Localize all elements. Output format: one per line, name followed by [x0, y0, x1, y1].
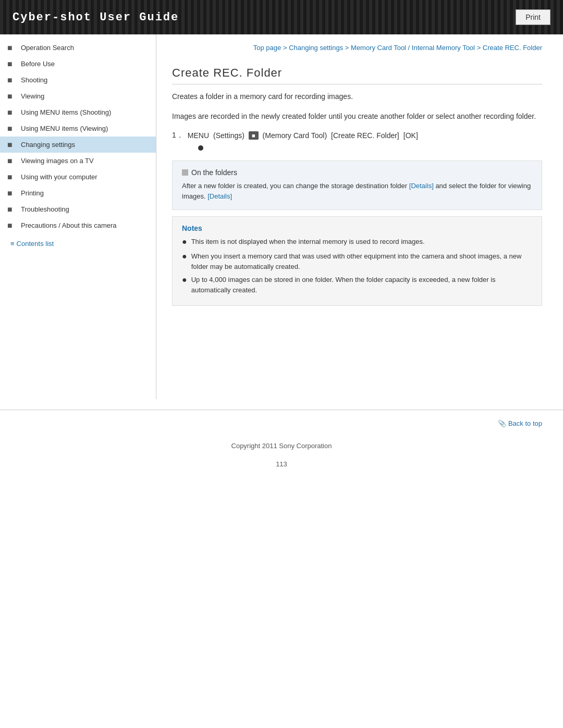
sidebar-item-5[interactable]: ■Using MENU items (Viewing)	[0, 120, 156, 137]
back-to-top-label: Back to top	[508, 419, 542, 427]
sidebar-bullet: ■	[7, 140, 13, 150]
breadcrumb-memory-card[interactable]: Memory Card Tool / Internal Memory Tool	[351, 44, 475, 52]
info-box-text: After a new folder is created, you can c…	[182, 181, 532, 203]
info-title-text: On the folders	[191, 168, 237, 177]
step-ok: [OK]	[403, 131, 418, 140]
step-memory-card-tool: (Memory Card Tool)	[263, 131, 327, 140]
step-menu: MENU	[188, 131, 209, 140]
back-to-top-link[interactable]: 📎 Back to top	[0, 415, 563, 431]
steps: 1． MENU (Settings) ■ (Memory Card Tool) …	[172, 131, 542, 152]
breadcrumb-changing-settings[interactable]: Changing settings	[289, 44, 343, 52]
sidebar-item-4[interactable]: ■Using MENU items (Shooting)	[0, 104, 156, 120]
breadcrumb-sep3: >	[477, 44, 483, 52]
footer: 📎 Back to top Copyright 2011 Sony Corpor…	[0, 410, 563, 478]
note-bullet: ●	[182, 274, 187, 286]
breadcrumb-sep2: >	[345, 44, 351, 52]
info-title-icon	[182, 169, 188, 176]
content-area: Top page > Changing settings > Memory Ca…	[156, 34, 563, 399]
sidebar-bullet: ■	[7, 172, 13, 182]
breadcrumb-create-rec[interactable]: Create REC. Folder	[483, 44, 542, 52]
sidebar-item-label: Using MENU items (Shooting)	[16, 108, 111, 116]
sidebar-item-3[interactable]: ■Viewing	[0, 88, 156, 104]
note-item-2: ●Up to 4,000 images can be stored in one…	[182, 275, 532, 295]
sidebar-item-label: Shooting	[16, 76, 47, 84]
note-bullet: ●	[182, 250, 187, 263]
note-bullet: ●	[182, 236, 187, 248]
sidebar-item-label: Using MENU items (Viewing)	[16, 125, 108, 132]
sidebar-bullet: ■	[7, 108, 13, 117]
sidebar-item-9[interactable]: ■Printing	[0, 185, 156, 201]
list-icon: ≡	[10, 240, 15, 248]
sidebar-bullet: ■	[7, 156, 13, 166]
contents-list-link[interactable]: ≡ Contents list	[0, 233, 156, 252]
sidebar-item-label: Using with your computer	[16, 173, 97, 181]
header: Cyber-shot User Guide Print	[0, 0, 563, 34]
note-text: This item is not displayed when the inte…	[191, 237, 425, 247]
sidebar-item-10[interactable]: ■Troubleshooting	[0, 201, 156, 217]
sidebar-item-label: Before Use	[16, 60, 55, 68]
breadcrumb-sep1: >	[283, 44, 289, 52]
note-item-0: ●This item is not displayed when the int…	[182, 237, 532, 248]
page-title: Create REC. Folder	[172, 66, 542, 84]
step-icon-memory: ■	[249, 131, 259, 140]
sidebar-item-label: Precautions / About this camera	[16, 221, 117, 229]
contents-list-label: Contents list	[17, 240, 54, 248]
sidebar-bullet: ■	[7, 124, 13, 133]
breadcrumb: Top page > Changing settings > Memory Ca…	[172, 43, 542, 54]
app-title: Cyber-shot User Guide	[13, 11, 179, 24]
sidebar-item-11[interactable]: ■Precautions / About this camera	[0, 217, 156, 233]
back-to-top-icon: 📎	[498, 419, 506, 427]
sidebar-item-label: Changing settings	[16, 141, 75, 149]
step-create-rec: [Create REC. Folder]	[331, 131, 399, 140]
sidebar-item-label: Viewing	[16, 92, 44, 100]
sidebar-bullet: ■	[7, 189, 13, 198]
sidebar-bullet: ■	[7, 92, 13, 101]
sidebar-item-label: Operation Search	[16, 44, 74, 52]
content-para1: Creates a folder in a memory card for re…	[172, 91, 542, 102]
sidebar-item-0[interactable]: ■Operation Search	[0, 40, 156, 56]
sidebar-bullet: ■	[7, 43, 13, 53]
step-row-1: 1． MENU (Settings) ■ (Memory Card Tool) …	[172, 131, 542, 140]
step-bullet	[198, 145, 203, 151]
sidebar-item-2[interactable]: ■Shooting	[0, 72, 156, 88]
info-box: On the folders After a new folder is cre…	[172, 161, 542, 211]
notes-title: Notes	[182, 224, 532, 232]
sidebar-item-8[interactable]: ■Using with your computer	[0, 169, 156, 185]
page-number: 113	[0, 455, 563, 478]
sidebar-item-1[interactable]: ■Before Use	[0, 56, 156, 72]
note-text: When you insert a memory card that was u…	[191, 251, 532, 272]
note-item-1: ●When you insert a memory card that was …	[182, 251, 532, 272]
notes-box: Notes ●This item is not displayed when t…	[172, 216, 542, 306]
sidebar-bullet: ■	[7, 59, 13, 69]
sidebar-item-7[interactable]: ■Viewing images on a TV	[0, 153, 156, 169]
info-text1: After a new folder is created, you can c…	[182, 182, 407, 190]
step-number: 1．	[172, 131, 183, 140]
copyright: Copyright 2011 Sony Corporation	[0, 431, 563, 455]
breadcrumb-top[interactable]: Top page	[253, 44, 282, 52]
step-settings: (Settings)	[213, 131, 244, 140]
note-text: Up to 4,000 images can be stored in one …	[191, 275, 532, 295]
info-link1[interactable]: [Details]	[409, 182, 434, 190]
content-para2: Images are recorded in the newly created…	[172, 110, 542, 122]
sidebar-bullet: ■	[7, 205, 13, 214]
sidebar-bullet: ■	[7, 221, 13, 230]
sidebar-item-label: Printing	[16, 189, 44, 197]
info-link2[interactable]: [Details]	[207, 192, 232, 200]
sidebar-item-label: Viewing images on a TV	[16, 157, 94, 165]
print-button[interactable]: Print	[516, 9, 550, 25]
info-box-title: On the folders	[182, 168, 532, 177]
sidebar-bullet: ■	[7, 76, 13, 85]
sidebar-item-label: Troubleshooting	[16, 205, 69, 213]
sidebar: ■Operation Search■Before Use■Shooting■Vi…	[0, 34, 156, 399]
sidebar-item-6[interactable]: ■Changing settings	[0, 137, 156, 153]
main-container: ■Operation Search■Before Use■Shooting■Vi…	[0, 34, 563, 399]
